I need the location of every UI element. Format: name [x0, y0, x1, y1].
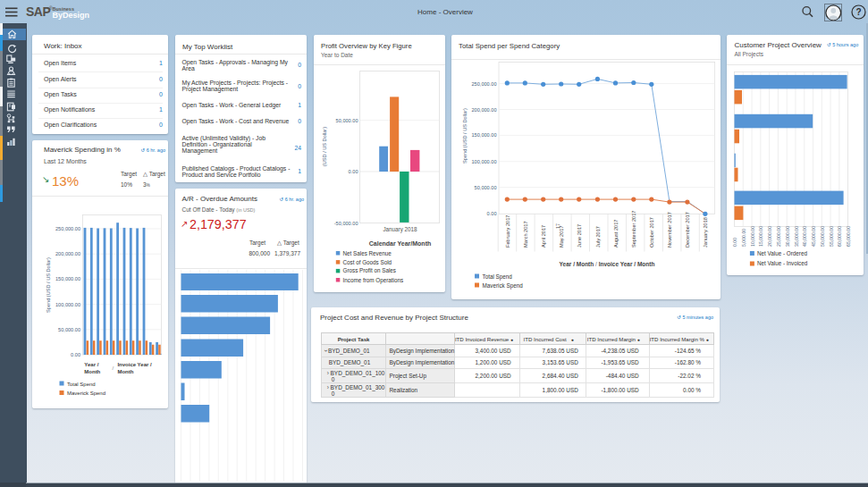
svg-text:April 2017: April 2017 [541, 225, 546, 248]
svg-text:Maverick Spend: Maverick Spend [67, 390, 105, 396]
svg-text:35,000.00: 35,000.00 [794, 226, 799, 247]
svg-text:Invoice Year /: Invoice Year / [117, 362, 152, 367]
svg-text:200,000.00: 200,000.00 [472, 107, 497, 113]
svg-text:250,000.00: 250,000.00 [55, 226, 80, 231]
svg-text:July 2017: July 2017 [595, 226, 601, 248]
svg-text:Calendar Year/Month: Calendar Year/Month [368, 240, 431, 247]
svg-text:55,000.00: 55,000.00 [829, 226, 834, 247]
svg-text:15,000.00: 15,000.00 [758, 226, 763, 247]
svg-text:Net Sales Revenue: Net Sales Revenue [342, 250, 392, 256]
svg-text:Net Value - Ordered: Net Value - Ordered [757, 250, 807, 256]
svg-text:Net Value - Invoiced: Net Value - Invoiced [757, 260, 808, 266]
svg-text:50,000.00: 50,000.00 [58, 327, 80, 332]
svg-text:Month: Month [117, 369, 133, 374]
svg-text:17: 17 [555, 223, 560, 229]
svg-text:June 2017: June 2017 [577, 224, 582, 248]
svg-text:February 2017: February 2017 [505, 215, 510, 248]
svg-text:Maverick Spend: Maverick Spend [483, 282, 524, 290]
svg-text:November 2017: November 2017 [667, 212, 672, 248]
svg-text:January 2018: January 2018 [703, 217, 708, 248]
svg-text:0.00: 0.00 [732, 238, 737, 247]
svg-text:January 2018: January 2018 [383, 226, 417, 233]
svg-text:Year /: Year / [84, 362, 98, 367]
svg-text:45,000.00: 45,000.00 [811, 226, 816, 247]
svg-text:Spend (USD / US Dollar): Spend (USD / US Dollar) [46, 257, 51, 313]
svg-text:100,000.00: 100,000.00 [472, 159, 497, 164]
svg-text:20,000.00: 20,000.00 [767, 226, 772, 247]
svg-text:50,000.00: 50,000.00 [335, 118, 358, 123]
svg-text:(USD / US Dollar): (USD / US Dollar) [321, 127, 326, 166]
svg-text:200,000.00: 200,000.00 [55, 251, 80, 256]
svg-text:0.00: 0.00 [487, 211, 497, 216]
svg-text:250,000.00: 250,000.00 [472, 81, 497, 87]
svg-text:150,000.00: 150,000.00 [472, 132, 497, 138]
svg-text:60,000.00: 60,000.00 [837, 226, 842, 247]
svg-text:Spend (USD / US Dollar): Spend (USD / US Dollar) [462, 108, 468, 164]
svg-text:Income from Operations: Income from Operations [342, 277, 403, 284]
svg-text:150,000.00: 150,000.00 [55, 276, 80, 281]
svg-text:/: / [113, 365, 114, 371]
svg-text:Year / Month / Invoice Year /: Year / Month / Invoice Year / Month [560, 261, 655, 267]
svg-text:30,000.00: 30,000.00 [785, 226, 790, 247]
svg-text:25,000.00: 25,000.00 [776, 226, 781, 247]
svg-text:Total Spend: Total Spend [483, 273, 513, 281]
svg-text:5,000.00: 5,000.00 [741, 229, 746, 247]
svg-text:10,000.00: 10,000.00 [750, 226, 755, 247]
svg-text:50,000.00: 50,000.00 [475, 185, 497, 190]
svg-text:40,000.00: 40,000.00 [802, 226, 807, 247]
svg-text:Month: Month [84, 369, 100, 374]
svg-text:March 2017: March 2017 [523, 221, 528, 248]
svg-text:0.00: 0.00 [348, 169, 358, 174]
svg-text:65,000.00: 65,000.00 [846, 226, 851, 247]
svg-text:0.00: 0.00 [71, 352, 80, 357]
svg-text:December 2017: December 2017 [685, 212, 690, 248]
svg-text:50,000.00: 50,000.00 [820, 226, 825, 247]
svg-text:-50,000.00: -50,000.00 [333, 221, 358, 226]
svg-text:Gross Profit on Sales: Gross Profit on Sales [342, 267, 396, 273]
svg-text:September 2017: September 2017 [631, 211, 636, 248]
svg-text:Total Spend: Total Spend [67, 382, 96, 387]
svg-text:Cost of Goods Sold: Cost of Goods Sold [342, 259, 392, 265]
svg-text:100,000.00: 100,000.00 [55, 302, 80, 307]
svg-text:?: ? [855, 7, 861, 17]
svg-text:October 2017: October 2017 [649, 217, 654, 248]
svg-text:August 2017: August 2017 [613, 220, 619, 248]
